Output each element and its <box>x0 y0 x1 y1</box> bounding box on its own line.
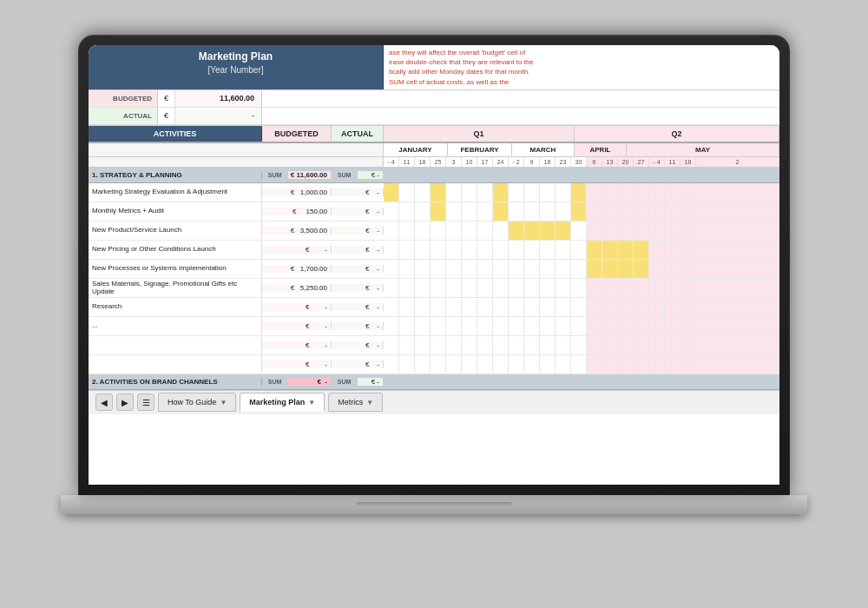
activity-name-2: Monthly Metrics + Audit <box>89 202 262 221</box>
week-feb-17: 17 <box>477 157 493 167</box>
activity-weeks-6 <box>384 279 779 297</box>
week-jan-25: 25 <box>431 157 446 167</box>
activity-actual-4: € - <box>332 246 384 254</box>
activity-row-7: Research € - € - <box>89 298 779 317</box>
section1-sum-label: SUM <box>262 172 288 178</box>
section1-actual-value: € - <box>358 171 384 179</box>
month-spacer <box>89 143 384 156</box>
activity-name-6: Sales Materials, Signage, Promotional Gi… <box>89 279 262 297</box>
activity-actual-5: € - <box>332 265 384 273</box>
tab-dropdown-metrics: ▼ <box>366 399 373 406</box>
tab-dropdown-how-to: ▼ <box>220 399 227 406</box>
week-feb-24: 24 <box>493 157 509 167</box>
activity-weeks-10 <box>384 355 779 373</box>
trackpad-notch <box>356 502 512 507</box>
sheet-header: Marketing Plan [Year Number] ase they wi… <box>89 45 779 90</box>
activity-name-7: Research <box>89 298 262 316</box>
april-header: APRIL <box>575 143 627 156</box>
may-header: MAY <box>627 143 779 156</box>
week-feb-3: 3 <box>446 157 462 167</box>
week-may-11: 11 <box>665 157 681 167</box>
activity-row-4: New Pricing or Other Conditions Launch €… <box>89 241 779 260</box>
actual-row: ACTUAL € - <box>89 108 779 125</box>
tab-nav-right[interactable]: ▶ <box>116 393 134 411</box>
week-spacer <box>89 157 384 167</box>
activity-row-3: New Product/Service Launch € 3,500.00 € … <box>89 221 779 241</box>
screen-content: Marketing Plan [Year Number] ase they wi… <box>89 45 779 485</box>
activity-row-2: Monthly Metrics + Audit € 150.00 € - <box>89 202 779 221</box>
activity-row-6: Sales Materials, Signage, Promotional Gi… <box>89 279 779 298</box>
activity-actual-7: € - <box>332 303 384 311</box>
tab-nav-menu[interactable]: ☰ <box>137 393 155 411</box>
january-header: JANUARY <box>384 143 448 156</box>
tab-how-to-guide[interactable]: How To Guide ▼ <box>158 393 236 412</box>
tab-marketing-plan[interactable]: Marketing Plan ▼ <box>240 393 325 412</box>
activity-weeks-8 <box>384 317 779 335</box>
activity-budgeted-4: € - <box>262 246 332 254</box>
section1-header: 1. STRATEGY & PLANNING SUM € 11,600.00 S… <box>89 168 779 183</box>
tab-nav-left[interactable]: ◀ <box>95 393 113 411</box>
quarter-headers: ACTIVITIES BUDGETED ACTUAL Q1 Q2 <box>89 126 779 143</box>
week-headers: - 4 11 18 25 3 10 17 24 - 2 9 16 23 <box>89 157 779 168</box>
activity-budgeted-1: € 1,000.00 <box>262 188 332 196</box>
activity-weeks-4 <box>384 241 779 259</box>
activity-actual-10: € - <box>332 360 384 368</box>
section1-title: 1. STRATEGY & PLANNING <box>89 171 262 179</box>
activity-actual-1: € - <box>332 188 384 196</box>
activity-name-10 <box>89 355 262 373</box>
activity-name-4: New Pricing or Other Conditions Launch <box>89 241 262 259</box>
activity-name-1: Marketing Strategy Evaluation & Adjustme… <box>89 183 262 202</box>
activity-row-10: € - € - <box>89 355 779 374</box>
activity-weeks-3 <box>384 221 779 240</box>
budgeted-row: BUDGETED € 11,600.00 <box>89 90 779 108</box>
notification-area: ase they will affect the overall 'budget… <box>384 45 779 89</box>
activity-weeks-5 <box>384 260 779 278</box>
activity-budgeted-10: € - <box>262 360 332 368</box>
activity-actual-8: € - <box>332 322 384 330</box>
actual-value: - <box>175 108 262 124</box>
laptop-screen: Marketing Plan [Year Number] ase they wi… <box>78 35 790 495</box>
march-header: MARCH <box>512 143 575 156</box>
week-may-18: 18 <box>681 157 696 167</box>
activity-row-5: New Processes or Systems Implementation … <box>89 260 779 279</box>
section2-actual-label: SUM <box>332 379 358 385</box>
activity-name-9 <box>89 336 262 354</box>
section2-sum-value: € - <box>288 378 332 386</box>
actual-col-header: ACTUAL <box>332 126 384 142</box>
section2-sum-label: SUM <box>262 379 288 385</box>
budgeted-rest <box>262 90 779 107</box>
week-jan-11: 11 <box>399 157 415 167</box>
activities-col-header: ACTIVITIES <box>89 126 262 142</box>
activity-budgeted-8: € - <box>262 322 332 330</box>
budgeted-value: 11,600.00 <box>175 90 262 107</box>
q2-header: Q2 <box>575 126 779 142</box>
month-headers: JANUARY FEBRUARY MARCH APRIL MAY <box>89 143 779 157</box>
week-jan-18: 18 <box>415 157 431 167</box>
activity-budgeted-9: € - <box>262 341 332 349</box>
activity-row-8: ... € - € - <box>89 317 779 336</box>
activity-name-3: New Product/Service Launch <box>89 221 262 240</box>
activity-actual-9: € - <box>332 341 384 349</box>
activity-weeks-2 <box>384 202 779 221</box>
activity-name-8: ... <box>89 317 262 335</box>
activity-budgeted-7: € - <box>262 303 332 311</box>
budgeted-col-header: BUDGETED <box>262 126 332 142</box>
week-mar-2: - 2 <box>509 157 524 167</box>
activity-name-5: New Processes or Systems Implementation <box>89 260 262 278</box>
actual-rest <box>262 108 779 124</box>
week-may-25: 2 <box>696 157 779 167</box>
week-apr-27: 27 <box>634 157 649 167</box>
laptop-mockup: Marketing Plan [Year Number] ase they wi… <box>61 35 807 573</box>
week-feb-10: 10 <box>462 157 477 167</box>
q1-header: Q1 <box>384 126 575 142</box>
activity-weeks-7 <box>384 298 779 316</box>
data-rows: 1. STRATEGY & PLANNING SUM € 11,600.00 S… <box>89 168 779 390</box>
section2-header: 2. ACTIVITIES ON BRAND CHANNELS SUM € - … <box>89 374 779 390</box>
february-header: FEBRUARY <box>448 143 512 156</box>
tab-metrics[interactable]: Metrics ▼ <box>328 393 383 412</box>
week-mar-16: 16 <box>540 157 556 167</box>
activity-actual-3: € - <box>332 227 384 235</box>
activity-budgeted-2: € 150.00 <box>262 208 332 215</box>
week-may-4: - 4 <box>649 157 665 167</box>
section1-actual-label: SUM <box>332 172 358 178</box>
